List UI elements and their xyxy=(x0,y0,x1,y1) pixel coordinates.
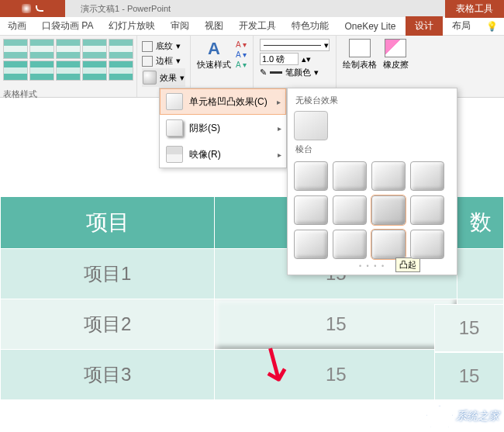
tab-pocket-anim[interactable]: 口袋动画 PA xyxy=(34,16,101,36)
tab-layout[interactable]: 布局 xyxy=(443,16,480,36)
undo-icon[interactable] xyxy=(36,5,43,12)
title-bar: 演示文稿1 - PowerPoint 表格工具 xyxy=(0,0,504,17)
reflection-menu-item[interactable]: 映像(R) ▸ xyxy=(160,141,286,168)
table-cell[interactable]: 15 xyxy=(215,350,457,400)
table-cell[interactable] xyxy=(457,249,504,299)
draw-table-icon xyxy=(349,39,371,57)
tab-slideshow[interactable]: 幻灯片放映 xyxy=(101,16,163,36)
tab-special[interactable]: 特色功能 xyxy=(284,16,337,36)
bevel-option[interactable] xyxy=(294,230,328,259)
bucket-icon xyxy=(142,41,153,52)
table-styles-label: 表格样式 xyxy=(0,84,136,100)
tab-animation[interactable]: 动画 xyxy=(0,16,34,36)
table-style-gallery[interactable] xyxy=(0,36,136,84)
bevel-option[interactable] xyxy=(333,230,367,259)
table-row: 项目2 15 15 xyxy=(1,299,504,350)
table-cell[interactable]: 项目2 xyxy=(1,299,215,350)
submenu-arrow-icon: ▸ xyxy=(278,150,281,159)
table-header[interactable]: 项目 xyxy=(1,197,215,249)
pen-icon: ✎ xyxy=(260,67,267,78)
shadow-menu-item[interactable]: 阴影(S) ▸ xyxy=(160,115,286,141)
bevel-option[interactable] xyxy=(294,161,328,191)
reflection-icon xyxy=(166,146,183,163)
tell-me-icon[interactable]: 💡 xyxy=(480,18,504,35)
house-icon xyxy=(426,406,453,427)
tab-review[interactable]: 审阅 xyxy=(163,16,197,36)
border-button[interactable]: 边框 ▾ xyxy=(142,54,185,68)
bevel-icon xyxy=(166,93,183,110)
table-cell[interactable]: 项目1 xyxy=(1,249,215,299)
window-title: 演示文稿1 - PowerPoint xyxy=(65,3,445,15)
table-cell[interactable]: 项目3 xyxy=(1,350,215,400)
bevel-option-selected[interactable] xyxy=(371,195,406,225)
cell-bevel-menu-item[interactable]: 单元格凹凸效果(C) ▸ xyxy=(160,88,286,115)
no-bevel-section-title: 无棱台效果 xyxy=(292,93,452,109)
bevel-option[interactable] xyxy=(410,195,444,225)
eraser-icon xyxy=(385,39,406,57)
table-cell[interactable]: 15 xyxy=(434,304,504,352)
bevel-option[interactable] xyxy=(410,161,444,191)
menu-drag-handle[interactable]: • • • • xyxy=(292,262,452,270)
tab-onekey[interactable]: OneKey Lite xyxy=(337,18,403,35)
pen-style-dropdown[interactable]: ▾ xyxy=(260,39,330,51)
bevel-submenu: 无棱台效果 棱台 凸起 • • • • xyxy=(287,88,457,275)
table-cell[interactable]: 15 xyxy=(434,352,504,400)
context-tab-table-tools: 表格工具 xyxy=(445,0,504,18)
submenu-arrow-icon: ▸ xyxy=(278,124,281,133)
ribbon-tabs: 动画 口袋动画 PA 幻灯片放映 审阅 视图 开发工具 特色功能 OneKey … xyxy=(0,17,504,36)
bevel-section-title: 棱台 xyxy=(292,142,452,158)
quick-style-button[interactable]: 快速样式 xyxy=(197,59,231,71)
save-icon[interactable] xyxy=(22,4,31,13)
tab-design[interactable]: 设计 xyxy=(406,16,443,36)
tab-view[interactable]: 视图 xyxy=(197,16,231,36)
stepper-icon[interactable]: ▴▾ xyxy=(302,54,311,64)
bevel-option-hover[interactable]: 凸起 xyxy=(371,230,406,259)
bevel-option[interactable] xyxy=(294,195,328,225)
table-row: 项目3 15 15 xyxy=(1,350,504,400)
bevel-tooltip: 凸起 xyxy=(395,257,420,272)
no-bevel-option[interactable] xyxy=(294,111,328,140)
table-header[interactable]: 数 xyxy=(457,197,504,249)
effects-icon xyxy=(143,71,157,85)
wordart-a-icon[interactable]: A xyxy=(197,39,231,59)
bevel-option[interactable] xyxy=(333,161,367,191)
watermark: 系统之家 xyxy=(426,406,499,427)
quick-access-toolbar[interactable] xyxy=(0,0,65,17)
effects-dropdown-menu: 单元格凹凸效果(C) ▸ 阴影(S) ▸ 映像(R) ▸ xyxy=(159,88,287,168)
pen-color-button[interactable]: ✎笔颜色 ▾ xyxy=(260,67,330,78)
draw-table-button[interactable]: 绘制表格 xyxy=(343,39,377,94)
effects-button[interactable]: 效果 ▾ xyxy=(142,68,185,87)
table-cell-beveled[interactable]: 15 xyxy=(215,299,457,350)
bevel-option[interactable] xyxy=(371,161,406,191)
shading-button[interactable]: 底纹 ▾ xyxy=(142,39,185,54)
wordart-fill-outline[interactable]: A ▾ A ▾ A ▾ xyxy=(236,40,247,69)
bevel-option[interactable] xyxy=(333,195,367,225)
pen-weight-input[interactable] xyxy=(260,53,299,65)
tab-developer[interactable]: 开发工具 xyxy=(231,16,284,36)
bevel-option[interactable] xyxy=(410,230,444,259)
watermark-text: 系统之家 xyxy=(456,410,499,423)
shadow-icon xyxy=(166,119,183,137)
eraser-button[interactable]: 橡皮擦 xyxy=(383,39,409,94)
border-icon xyxy=(142,56,153,67)
submenu-arrow-icon: ▸ xyxy=(277,98,281,106)
